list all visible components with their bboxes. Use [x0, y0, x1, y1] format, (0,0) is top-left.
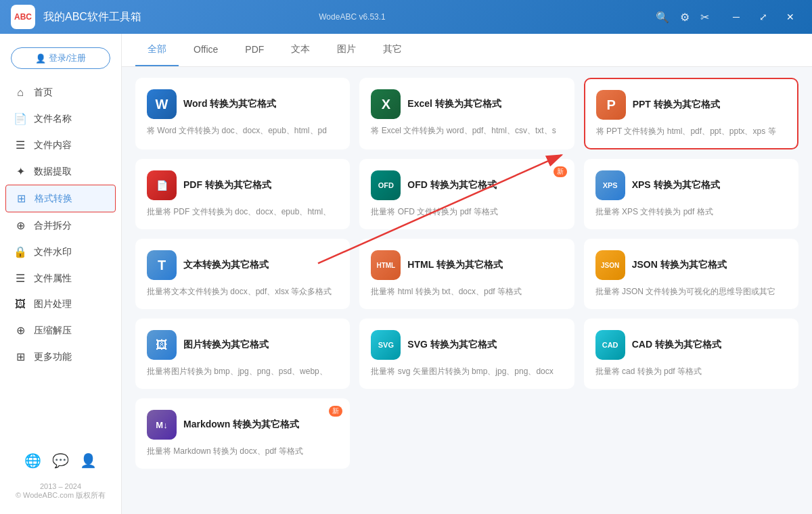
tab-all[interactable]: 全部 [135, 34, 179, 66]
tool-desc-ofd: 批量将 OFD 文件转换为 pdf 等格式 [371, 206, 562, 218]
close-button[interactable]: ✕ [780, 6, 801, 28]
maximize-button[interactable]: ⤢ [752, 6, 774, 28]
nav-label-filename: 文件名称 [34, 113, 72, 125]
nav-label-merge: 合并拆分 [34, 220, 72, 232]
tool-card-markdown[interactable]: M↓ Markdown 转换为其它格式 新 批量将 Markdown 转换为 d… [135, 398, 350, 469]
chat-icon[interactable]: 💬 [52, 452, 69, 469]
tool-grid: W Word 转换为其它格式 将 Word 文件转换为 doc、docx、epu… [122, 67, 812, 480]
tool-card-img[interactable]: 🖼 图片转换为其它格式 批量将图片转换为 bmp、jpg、png、psd、web… [135, 319, 350, 389]
tab-pdf[interactable]: PDF [233, 34, 276, 66]
tool-desc-json: 批量将 JSON 文件转换为可视化的思维导图或其它 [595, 285, 787, 298]
tab-office[interactable]: Office [181, 34, 230, 66]
tool-card-pdf[interactable]: 📄 PDF 转换为其它格式 批量将 PDF 文件转换为 doc、docx、epu… [135, 159, 350, 229]
search-icon[interactable]: 🔍 [656, 11, 669, 24]
sidebar-item-compress[interactable]: ⊕ 压缩解压 [0, 317, 121, 344]
tool-title-markdown: Markdown 转换为其它格式 [183, 419, 299, 431]
minimize-button[interactable]: ─ [725, 6, 747, 28]
tool-title-html: HTML 转换为其它格式 [407, 259, 503, 271]
tool-title-word: Word 转换为其它格式 [183, 98, 276, 110]
tool-card-header-cad: CAD CAD 转换为其它格式 [595, 330, 787, 360]
tool-desc-html: 批量将 html 转换为 txt、docx、pdf 等格式 [371, 285, 562, 298]
tool-title-ofd: OFD 转换为其它格式 [407, 179, 496, 191]
tool-card-xps[interactable]: XPS XPS 转换为其它格式 批量将 XPS 文件转换为 pdf 格式 [584, 159, 798, 229]
tool-title-pdf: PDF 转换为其它格式 [183, 179, 271, 191]
tool-card-header-svg: SVG SVG 转换为其它格式 [371, 330, 562, 360]
sidebar-item-imgprocess[interactable]: 🖼 图片处理 [0, 291, 121, 317]
tab-bar: 全部OfficePDF文本图片其它 [122, 34, 812, 67]
tool-card-svg[interactable]: SVG SVG 转换为其它格式 批量将 svg 矢量图片转换为 bmp、jpg、… [359, 319, 574, 389]
nav-icon-home: ⌂ [14, 87, 27, 99]
tool-icon-ofd: OFD [371, 170, 401, 200]
badge-new: 新 [554, 166, 567, 177]
tool-icon-ppt: P [596, 90, 626, 120]
tool-card-header-img: 🖼 图片转换为其它格式 [147, 330, 338, 360]
browser-icon[interactable]: 🌐 [24, 452, 41, 469]
tool-card-excel[interactable]: X Excel 转换为其它格式 将 Excel 文件转换为 word、pdf、h… [359, 78, 574, 149]
tool-desc-cad: 批量将 cad 转换为 pdf 等格式 [595, 365, 787, 377]
tool-title-cad: CAD 转换为其它格式 [632, 339, 721, 351]
badge-new: 新 [329, 406, 342, 417]
sidebar-item-dataextract[interactable]: ✦ 数据提取 [0, 158, 121, 185]
tab-image[interactable]: 图片 [325, 34, 368, 66]
tool-title-json: JSON 转换为其它格式 [632, 259, 727, 271]
tool-desc-excel: 将 Excel 文件转换为 word、pdf、html、csv、txt、s [371, 124, 562, 137]
nav-icon-merge: ⊕ [14, 219, 27, 232]
sidebar-item-fileattr[interactable]: ☰ 文件属性 [0, 265, 121, 291]
sidebar-item-filename[interactable]: 📄 文件名称 [0, 106, 121, 132]
user-icon: 👤 [35, 53, 46, 64]
tool-card-json[interactable]: JSON JSON 转换为其它格式 批量将 JSON 文件转换为可视化的思维导图… [584, 239, 798, 309]
nav-label-more: 更多功能 [34, 351, 72, 363]
sidebar-item-merge[interactable]: ⊕ 合并拆分 [0, 212, 121, 239]
tool-card-word[interactable]: W Word 转换为其它格式 将 Word 文件转换为 doc、docx、epu… [135, 78, 350, 149]
tool-card-ofd[interactable]: OFD OFD 转换为其它格式 新 批量将 OFD 文件转换为 pdf 等格式 [359, 159, 574, 229]
sidebar-item-more[interactable]: ⊞ 更多功能 [0, 344, 121, 370]
title-bar: ABC 我的ABC软件工具箱 WodeABC v6.53.1 🔍 ⚙ ✂ ─ ⤢… [0, 0, 812, 34]
nav-icon-formatconvert: ⊞ [14, 192, 28, 205]
tool-card-header-word: W Word 转换为其它格式 [147, 89, 338, 119]
tool-card-ppt[interactable]: P PPT 转换为其它格式 将 PPT 文件转换为 html、pdf、ppt、p… [584, 78, 798, 149]
main-layout: 👤 登录/注册 ⌂ 首页 📄 文件名称 ☰ 文件内容 ✦ 数据提取 ⊞ 格式转换… [0, 34, 812, 514]
tab-other[interactable]: 其它 [371, 34, 414, 66]
tool-icon-excel: X [371, 89, 401, 119]
login-label: 登录/注册 [49, 52, 87, 64]
nav-label-compress: 压缩解压 [34, 325, 72, 337]
sidebar: 👤 登录/注册 ⌂ 首页 📄 文件名称 ☰ 文件内容 ✦ 数据提取 ⊞ 格式转换… [0, 34, 122, 514]
sidebar-item-formatconvert[interactable]: ⊞ 格式转换 [5, 185, 116, 212]
tool-title-ppt: PPT 转换为其它格式 [633, 99, 720, 111]
tool-icon-svg: SVG [371, 330, 401, 360]
tool-title-svg: SVG 转换为其它格式 [407, 339, 496, 351]
settings-icon[interactable]: ⚙ [680, 11, 690, 24]
sidebar-item-filecontent[interactable]: ☰ 文件内容 [0, 132, 121, 158]
titlebar-controls: 🔍 ⚙ ✂ ─ ⤢ ✕ [656, 6, 801, 28]
tool-title-excel: Excel 转换为其它格式 [407, 98, 501, 110]
tool-icon-img: 🖼 [147, 330, 177, 360]
tool-card-header-html: HTML HTML 转换为其它格式 [371, 250, 562, 280]
tab-text[interactable]: 文本 [279, 34, 322, 66]
tool-title-xps: XPS 转换为其它格式 [632, 179, 720, 191]
nav-icon-compress: ⊕ [14, 324, 27, 337]
tool-icon-json: JSON [595, 250, 625, 280]
tool-icon-pdf: 📄 [147, 170, 177, 200]
scissors-icon[interactable]: ✂ [700, 11, 709, 24]
nav-icon-more: ⊞ [14, 350, 27, 363]
sidebar-item-watermark[interactable]: 🔒 文件水印 [0, 239, 121, 265]
tool-card-header-xps: XPS XPS 转换为其它格式 [595, 170, 787, 200]
grid-wrapper: W Word 转换为其它格式 将 Word 文件转换为 doc、docx、epu… [122, 67, 812, 514]
nav-label-filecontent: 文件内容 [34, 139, 72, 151]
tool-title-img: 图片转换为其它格式 [183, 339, 269, 351]
tool-card-cad[interactable]: CAD CAD 转换为其它格式 批量将 cad 转换为 pdf 等格式 [584, 319, 798, 389]
tool-card-header-markdown: M↓ Markdown 转换为其它格式 新 [147, 410, 338, 440]
tool-icon-word: W [147, 89, 177, 119]
tool-card-textconv[interactable]: T 文本转换为其它格式 批量将文本文件转换为 docx、pdf、xlsx 等众多… [135, 239, 350, 309]
login-button[interactable]: 👤 登录/注册 [11, 47, 110, 69]
account-icon[interactable]: 👤 [80, 452, 97, 469]
tool-icon-xps: XPS [595, 170, 625, 200]
tool-desc-ppt: 将 PPT 文件转换为 html、pdf、ppt、pptx、xps 等 [596, 125, 786, 137]
sidebar-item-home[interactable]: ⌂ 首页 [0, 80, 121, 106]
tool-icon-markdown: M↓ [147, 410, 177, 440]
app-logo: ABC [11, 5, 35, 29]
tool-icon-cad: CAD [595, 330, 625, 360]
tool-card-html[interactable]: HTML HTML 转换为其它格式 批量将 html 转换为 txt、docx、… [359, 239, 574, 309]
tool-desc-xps: 批量将 XPS 文件转换为 pdf 格式 [595, 206, 787, 218]
nav-label-fileattr: 文件属性 [34, 273, 72, 285]
